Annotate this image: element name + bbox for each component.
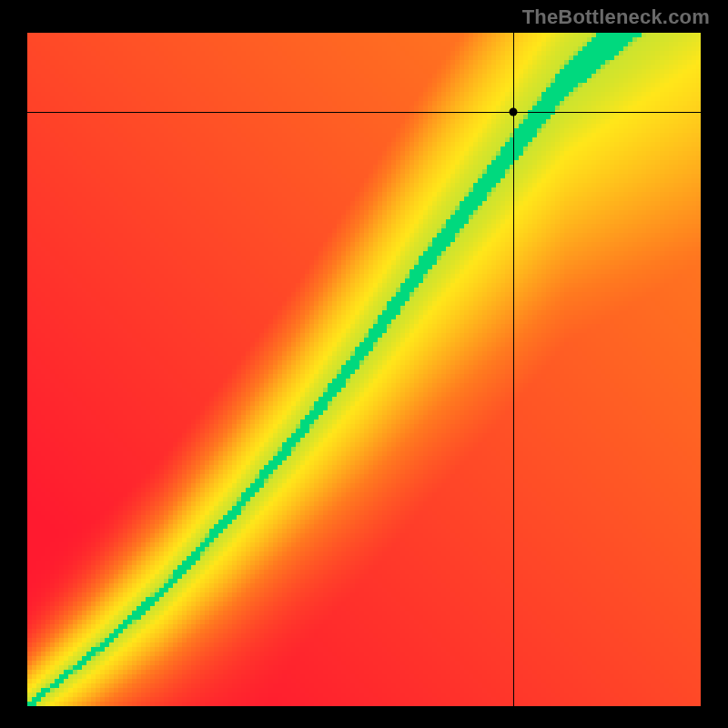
marker-dot	[510, 108, 518, 116]
crosshair-horizontal	[27, 112, 701, 113]
chart-frame: TheBottleneck.com	[0, 0, 728, 728]
crosshair-vertical	[513, 33, 514, 706]
attribution-text: TheBottleneck.com	[522, 5, 710, 29]
heatmap-canvas	[27, 33, 701, 706]
heatmap-plot	[27, 33, 701, 706]
